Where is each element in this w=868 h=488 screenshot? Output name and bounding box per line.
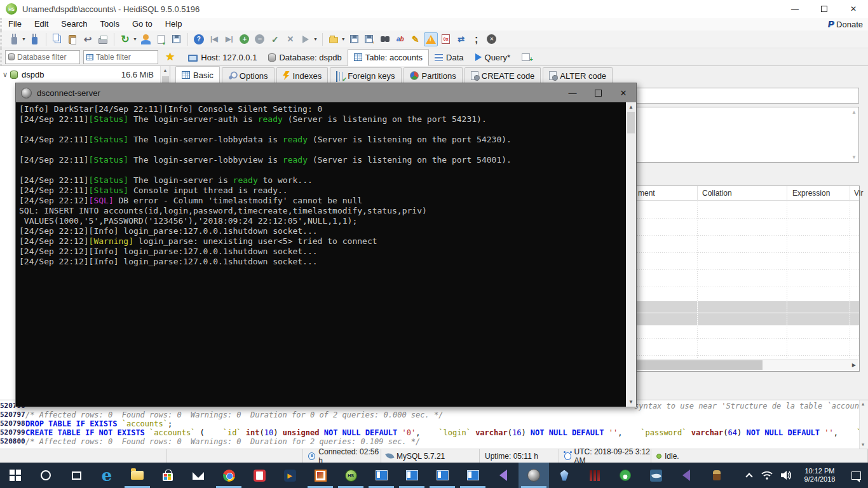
tab-basic[interactable]: Basic bbox=[175, 66, 220, 83]
console-title-bar[interactable]: dsconnect-server — ✕ bbox=[16, 83, 636, 102]
taskbar-sprite-app-icon[interactable] bbox=[702, 463, 732, 488]
user-manager-icon[interactable] bbox=[139, 32, 153, 46]
volume-icon[interactable] bbox=[776, 463, 796, 488]
taskbar-edge-icon[interactable]: e bbox=[92, 463, 122, 488]
discard-changes-icon[interactable]: ✕ bbox=[283, 32, 297, 46]
tab-data[interactable]: Data bbox=[429, 49, 469, 66]
tab-options[interactable]: Options bbox=[222, 67, 275, 83]
log-scrollbar[interactable]: ▲ ▼ bbox=[859, 400, 868, 449]
taskbar-mysql-workbench-icon[interactable] bbox=[641, 463, 671, 488]
tab-foreign-keys[interactable]: Foreign keys bbox=[330, 67, 401, 83]
sql-log[interactable]: 520796 syntax to use near 'Structure de … bbox=[0, 400, 868, 449]
taskbar-file-explorer-icon[interactable] bbox=[122, 463, 153, 488]
action-center-icon[interactable] bbox=[844, 463, 868, 488]
scroll-down-icon[interactable]: ▼ bbox=[862, 442, 864, 447]
tab-create-code[interactable]: CREATE code bbox=[465, 67, 541, 83]
console-scrollbar[interactable]: ▲ ▼ bbox=[626, 102, 636, 407]
save-as-icon[interactable]: ✎ bbox=[363, 32, 377, 46]
tab-new-query[interactable]: + bbox=[516, 49, 542, 66]
scroll-up-icon[interactable]: ▲ bbox=[628, 104, 634, 110]
column-header[interactable]: Vir bbox=[854, 189, 863, 198]
paste-icon[interactable] bbox=[65, 32, 79, 46]
taskbar-app-window-3-icon[interactable] bbox=[427, 463, 458, 488]
tab-query-[interactable]: Query* bbox=[470, 49, 516, 66]
taskbar-chrome-icon[interactable] bbox=[214, 463, 244, 488]
donate-link[interactable]: P Donate bbox=[828, 18, 863, 30]
taskbar-game-app-icon[interactable] bbox=[305, 463, 336, 488]
delete-record-icon[interactable]: − bbox=[253, 32, 267, 46]
taskbar-crystal-app-icon[interactable] bbox=[549, 463, 580, 488]
disconnect-icon[interactable] bbox=[28, 32, 42, 46]
taskbar-store-icon[interactable] bbox=[153, 463, 183, 488]
tab-alter-code[interactable]: ALTER code bbox=[543, 67, 613, 83]
maximize-button[interactable] bbox=[810, 0, 839, 18]
table-filter[interactable] bbox=[83, 50, 158, 64]
help-icon[interactable]: ? bbox=[192, 32, 206, 46]
taskbar-start-icon[interactable] bbox=[0, 463, 31, 488]
tab-partitions[interactable]: Partitions bbox=[403, 67, 463, 83]
database-filter-input[interactable] bbox=[17, 53, 74, 62]
copy-icon[interactable] bbox=[50, 32, 64, 46]
tray-clock[interactable]: 10:12 PM9/24/2018 bbox=[796, 463, 844, 488]
session-manager-icon[interactable] bbox=[7, 32, 21, 46]
find-icon[interactable] bbox=[378, 32, 392, 46]
console-minimize-button[interactable]: — bbox=[560, 83, 585, 102]
beautify-icon[interactable]: ✎ bbox=[409, 32, 423, 46]
scroll-down-icon[interactable]: ▼ bbox=[851, 154, 857, 160]
dropdown-arrow-icon[interactable]: ▼ bbox=[22, 37, 26, 41]
cancel-0x-icon[interactable]: 0x bbox=[439, 32, 453, 46]
reconnect-icon[interactable]: ⇄ bbox=[454, 32, 468, 46]
taskbar-app-window-2-icon[interactable] bbox=[397, 463, 427, 488]
taskbar-task-view-icon[interactable] bbox=[61, 463, 92, 488]
column-header[interactable]: ment bbox=[638, 189, 655, 198]
semicolon-delimiter-icon[interactable]: ; bbox=[470, 32, 484, 46]
console-output[interactable]: [Info] DarkStar[24/Sep 22:11][Info] Cons… bbox=[16, 102, 636, 407]
taskbar-paint-app-icon[interactable] bbox=[244, 463, 275, 488]
console-close-button[interactable]: ✕ bbox=[611, 83, 636, 102]
close-button[interactable]: ✕ bbox=[839, 0, 868, 18]
taskbar-green-app-icon[interactable] bbox=[610, 463, 641, 488]
tab-host-127-0-0-1[interactable]: Host: 127.0.0.1 bbox=[182, 49, 262, 66]
menu-edit[interactable]: Edit bbox=[28, 19, 55, 29]
column-header[interactable]: Collation bbox=[702, 189, 732, 198]
run-query-icon[interactable] bbox=[299, 32, 313, 46]
tab-indexes[interactable]: Indexes bbox=[276, 67, 329, 83]
apply-changes-icon[interactable]: ✓ bbox=[268, 32, 282, 46]
table-filter-input[interactable] bbox=[96, 53, 153, 62]
tab-table-accounts[interactable]: Table: accounts bbox=[348, 49, 429, 66]
wifi-icon[interactable] bbox=[757, 463, 776, 488]
taskbar-app-window-4-icon[interactable] bbox=[458, 463, 488, 488]
console-window[interactable]: dsconnect-server — ✕ [Info] DarkStar[24/… bbox=[15, 83, 637, 407]
menu-tools[interactable]: Tools bbox=[94, 19, 126, 29]
taskbar-dsconnect-server-icon[interactable] bbox=[519, 463, 549, 488]
dropdown-arrow-icon[interactable]: ▼ bbox=[341, 37, 346, 41]
tree-item-dspdb[interactable]: ∨ dspdb 16.6 MiB bbox=[0, 67, 159, 81]
refresh-icon[interactable]: ↻ bbox=[118, 32, 132, 46]
menu-help[interactable]: Help bbox=[159, 19, 189, 29]
minimize-button[interactable]: — bbox=[780, 0, 810, 18]
print-icon[interactable] bbox=[96, 32, 110, 46]
favorites-star-icon[interactable]: ★ bbox=[165, 51, 175, 62]
first-record-icon[interactable]: |◀ bbox=[207, 32, 221, 46]
chevron-down-icon[interactable]: ∨ bbox=[0, 71, 10, 79]
save-icon[interactable] bbox=[348, 32, 362, 46]
scroll-right-icon[interactable]: ▶ bbox=[852, 362, 856, 368]
tray-expand-chevron-icon[interactable] bbox=[741, 463, 757, 488]
replace-icon[interactable]: ab bbox=[393, 32, 407, 46]
taskbar-red-game-app-icon[interactable] bbox=[580, 463, 610, 488]
console-maximize-button[interactable] bbox=[585, 83, 611, 102]
dropdown-arrow-icon[interactable]: ▼ bbox=[313, 37, 318, 41]
taskbar-app-window-1-icon[interactable] bbox=[366, 463, 397, 488]
taskbar-visual-studio-icon[interactable] bbox=[488, 463, 519, 488]
scroll-up-icon[interactable]: ▲ bbox=[862, 402, 864, 407]
copy-data-icon[interactable] bbox=[170, 32, 184, 46]
last-record-icon[interactable]: ▶| bbox=[222, 32, 236, 46]
add-record-icon[interactable]: + bbox=[238, 32, 252, 46]
taskbar-cortana-search-icon[interactable] bbox=[31, 463, 61, 488]
menu-go-to[interactable]: Go to bbox=[126, 19, 159, 29]
menu-file[interactable]: File bbox=[2, 19, 28, 29]
menu-search[interactable]: Search bbox=[55, 19, 93, 29]
taskbar-potplayer-icon[interactable]: ▶ bbox=[275, 463, 305, 488]
dropdown-arrow-icon[interactable]: ▼ bbox=[133, 37, 137, 41]
undo-icon[interactable]: ↩ bbox=[81, 32, 95, 46]
